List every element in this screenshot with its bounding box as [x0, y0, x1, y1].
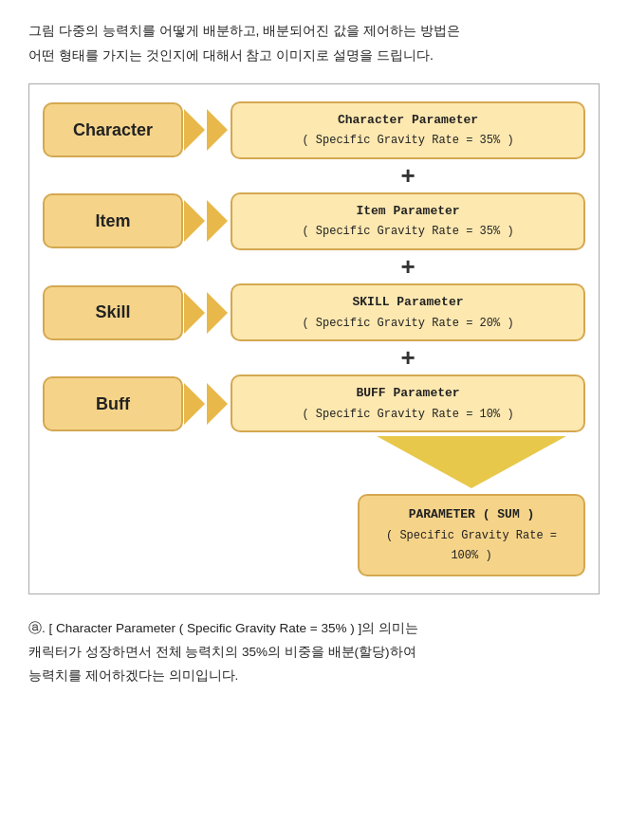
down-arrow-svg	[367, 436, 576, 488]
intro-line1: 그림 다중의 능력치를 어떻게 배분하고, 배분되어진 값을 제어하는 방법은	[28, 23, 460, 38]
chevron1-character	[184, 109, 205, 151]
label-character: Character	[73, 115, 153, 145]
sum-box: PARAMETER ( SUM ) ( Specific Gravity Rat…	[358, 494, 585, 576]
plus-3: +	[43, 343, 585, 373]
bottom-text: ⓐ. [ Character Parameter ( Specific Grav…	[28, 617, 600, 688]
arrow-skill	[183, 292, 231, 334]
sum-sub: ( Specific Gravity Rate = 100% )	[369, 526, 574, 567]
left-box-buff: Buff	[43, 376, 183, 431]
chevron2-buff	[207, 383, 228, 425]
label-skill: Skill	[95, 297, 130, 327]
intro-line2: 어떤 형태를 가지는 것인지에 대해서 참고 이미지로 설명을 드립니다.	[28, 47, 434, 63]
chevron-item	[184, 200, 230, 242]
chevron2-skill	[207, 292, 228, 334]
right-box-character: Character Parameter ( Specific Gravity R…	[231, 101, 585, 159]
param-title-buff: BUFF Parameter	[356, 382, 459, 404]
chevron2-item	[207, 200, 228, 242]
left-box-character: Character	[43, 102, 183, 157]
circle-a: ⓐ	[28, 621, 42, 635]
diagram-container: Character Character Parameter ( Specific…	[28, 83, 600, 594]
param-sub-character: ( Specific Gravity Rate = 35% )	[302, 131, 513, 152]
param-sub-item: ( Specific Gravity Rate = 35% )	[302, 222, 513, 243]
chevron1-buff	[184, 383, 205, 425]
chevron1-item	[184, 200, 205, 242]
plus-symbol-1: +	[400, 161, 415, 191]
label-buff: Buff	[96, 389, 130, 419]
param-title-item: Item Parameter	[356, 200, 459, 222]
big-down-arrow	[358, 436, 585, 488]
arrow-item	[183, 200, 231, 242]
sum-section: PARAMETER ( SUM ) ( Specific Gravity Rat…	[43, 436, 585, 576]
svg-marker-0	[377, 436, 566, 488]
chevron-buff	[184, 383, 230, 425]
chevron-skill	[184, 292, 230, 334]
intro-text: 그림 다중의 능력치를 어떻게 배분하고, 배분되어진 값을 제어하는 방법은 …	[28, 19, 600, 68]
right-box-skill: SKILL Parameter ( Specific Gravity Rate …	[231, 283, 585, 341]
bottom-line1: . [ Character Parameter ( Specific Gravi…	[42, 621, 418, 635]
plus-2: +	[43, 252, 585, 282]
row-skill: Skill SKILL Parameter ( Specific Gravity…	[43, 283, 585, 341]
plus-symbol-2: +	[400, 252, 415, 282]
chevron-character	[184, 109, 230, 151]
row-item: Item Item Parameter ( Specific Gravity R…	[43, 192, 585, 250]
row-buff: Buff BUFF Parameter ( Specific Gravity R…	[43, 374, 585, 432]
bottom-line3: 능력치를 제어하겠다는 의미입니다.	[28, 668, 238, 683]
arrow-buff	[183, 383, 231, 425]
param-sub-skill: ( Specific Gravity Rate = 20% )	[302, 314, 513, 335]
chevron2-character	[207, 109, 228, 151]
plus-symbol-3: +	[400, 343, 415, 373]
param-title-character: Character Parameter	[338, 109, 478, 131]
sum-title: PARAMETER ( SUM )	[369, 503, 574, 525]
plus-1: +	[43, 161, 585, 191]
param-sub-buff: ( Specific Gravity Rate = 10% )	[302, 405, 513, 426]
param-title-skill: SKILL Parameter	[352, 291, 463, 313]
row-character: Character Character Parameter ( Specific…	[43, 101, 585, 159]
left-box-item: Item	[43, 193, 183, 248]
diagram-rows: Character Character Parameter ( Specific…	[43, 101, 585, 576]
label-item: Item	[95, 206, 130, 236]
right-box-item: Item Parameter ( Specific Gravity Rate =…	[231, 192, 585, 250]
bottom-line2: 캐릭터가 성장하면서 전체 능력치의 35%의 비중을 배분(할당)하여	[28, 645, 416, 659]
arrow-character	[183, 109, 231, 151]
left-box-skill: Skill	[43, 285, 183, 340]
chevron1-skill	[184, 292, 205, 334]
right-box-buff: BUFF Parameter ( Specific Gravity Rate =…	[231, 374, 585, 432]
